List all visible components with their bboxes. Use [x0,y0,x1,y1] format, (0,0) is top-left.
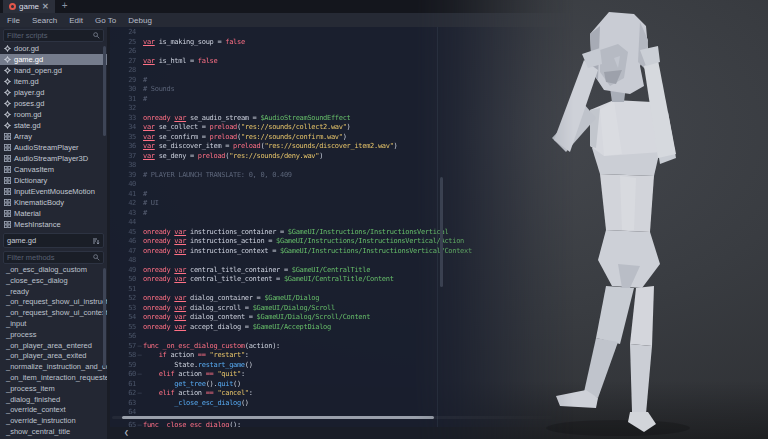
code-line[interactable]: 63 _close_esc_dialog() [110,399,575,409]
code-line[interactable]: 34var se_collect = preload("res://sounds… [110,123,575,133]
code-line[interactable]: 43# [110,209,575,219]
code-vertical-scrollbar[interactable] [440,177,443,287]
script-list-item[interactable]: Dictionary [0,175,107,186]
script-list-item[interactable]: AudioStreamPlayer3D [0,153,107,164]
menu-goto[interactable]: Go To [95,16,116,25]
code-line[interactable]: 36var se_discover_item = preload("res://… [110,142,575,152]
code-line[interactable]: 33onready var se_audio_stream = $AudioSt… [110,114,575,124]
script-list-item[interactable]: player.gd [0,87,107,98]
code-line[interactable]: 26 [110,47,575,57]
method-list-item[interactable]: _on_item_interaction_requested [0,373,107,384]
code-editor[interactable]: 2425var is_making_soup = false2627var is… [110,27,575,439]
code-line[interactable]: 29# [110,76,575,86]
fold-marker[interactable]: – [136,389,143,399]
menu-file[interactable]: File [7,16,20,25]
method-list-item[interactable]: _process [0,330,107,341]
menu-search[interactable]: Search [32,16,57,25]
code-text: onready var dialog_container = $GameUI/D… [143,294,319,304]
method-list-item[interactable]: _on_player_area_exited [0,351,107,362]
tab-game[interactable]: game ✕ [3,0,55,13]
scroll-left-icon[interactable]: ❮ [124,428,129,437]
code-line[interactable]: 60– elif action == "quit": [110,370,575,380]
code-line[interactable]: 57–func _on_esc_dialog_custom(action): [110,342,575,352]
code-horizontal-scrollbar[interactable] [122,416,434,419]
method-list-item[interactable]: _on_request_show_ui_context [0,308,107,319]
code-line[interactable]: 53onready var dialog_scroll = $GameUI/Di… [110,304,575,314]
fold-marker [136,133,143,143]
method-list-item[interactable]: _normalize_instruction_and_cont [0,362,107,373]
code-line[interactable]: 50onready var central_title_content = $G… [110,275,575,285]
script-list-item[interactable]: Array [0,131,107,142]
menu-edit[interactable]: Edit [69,16,83,25]
method-list-item[interactable]: _close_esc_dialog [0,276,107,287]
method-list-item[interactable]: _show_central_title [0,427,107,438]
filter-methods-input[interactable] [7,253,93,262]
code-line[interactable]: 25var is_making_soup = false [110,38,575,48]
fold-marker [136,266,143,276]
new-tab-icon[interactable]: + [62,0,68,13]
method-list-item[interactable]: _on_request_show_ui_instruction [0,297,107,308]
menu-debug[interactable]: Debug [128,16,152,25]
script-list-item[interactable]: AudioStreamPlayer [0,142,107,153]
code-line[interactable]: 54onready var dialog_content = $GameUI/D… [110,313,575,323]
script-list-item[interactable]: MeshInstance [0,219,107,230]
code-text: onready var instructions_container = $Ga… [143,228,448,238]
code-line[interactable]: 47onready var instructions_context = $Ga… [110,247,575,257]
filter-methods-box [3,251,104,264]
code-line[interactable]: 45onready var instructions_container = $… [110,228,575,238]
script-list-item[interactable]: state.gd [0,120,107,131]
script-list-item[interactable]: CanvasItem [0,164,107,175]
script-list-item[interactable]: item.gd [0,76,107,87]
filter-scripts-input[interactable] [7,31,93,40]
code-line[interactable]: 42# UI [110,199,575,209]
sort-icon[interactable] [92,237,100,245]
code-line[interactable]: 49onready var central_title_container = … [110,266,575,276]
script-list-item[interactable]: KinematicBody [0,197,107,208]
script-list-item[interactable]: Material [0,208,107,219]
code-line[interactable]: 40 [110,180,575,190]
code-line[interactable]: 27var is_html = false [110,57,575,67]
code-line[interactable]: 24 [110,28,575,38]
code-line[interactable]: 32 [110,104,575,114]
method-list-item[interactable]: _override_instruction [0,416,107,427]
code-line[interactable]: 56 [110,332,575,342]
code-line[interactable]: 41# [110,190,575,200]
code-line[interactable]: 61 get_tree().quit() [110,380,575,390]
method-list-item[interactable]: _ready [0,287,107,298]
code-line[interactable]: 55onready var accept_dialog = $GameUI/Ac… [110,323,575,333]
code-line[interactable]: 51 [110,285,575,295]
code-line[interactable]: 38 [110,161,575,171]
code-line[interactable]: 30# Sounds [110,85,575,95]
code-line[interactable]: 39# PLAYER LAUNCH TRANSLATE: 0, 0, 0.409 [110,171,575,181]
close-tab-icon[interactable]: ✕ [42,0,49,13]
code-line[interactable]: 52onready var dialog_container = $GameUI… [110,294,575,304]
code-line[interactable]: 44 [110,218,575,228]
code-line[interactable]: 58– if action == "restart": [110,351,575,361]
method-list-item[interactable]: _dialog_finished [0,395,107,406]
method-list-item[interactable]: _on_player_area_entered [0,341,107,352]
script-list-item[interactable]: game.gd [0,54,107,65]
code-line[interactable]: 46onready var instructions_action = $Gam… [110,237,575,247]
script-list-item[interactable]: room.gd [0,109,107,120]
methods-scrollbar[interactable] [103,268,106,368]
script-list-item[interactable]: door.gd [0,43,107,54]
fold-marker[interactable]: – [136,370,143,380]
fold-marker[interactable]: – [136,342,143,352]
method-list-item[interactable]: _on_esc_dialog_custom [0,265,107,276]
code-line[interactable]: 62– elif action == "cancel": [110,389,575,399]
fold-marker[interactable]: – [136,351,143,361]
method-list-item[interactable]: _process_item [0,384,107,395]
script-list-item[interactable]: hand_open.gd [0,65,107,76]
code-line[interactable]: 35var se_confirm = preload("res://sounds… [110,133,575,143]
script-list-item[interactable]: poses.gd [0,98,107,109]
script-list-item[interactable]: InputEventMouseMotion [0,186,107,197]
code-line[interactable]: 59 State.restart_game() [110,361,575,371]
method-list-item[interactable]: _input [0,319,107,330]
code-line[interactable]: 37var se_deny = preload("res://sounds/de… [110,152,575,162]
code-line[interactable]: 31# [110,95,575,105]
code-text: var se_collect = preload("res://sounds/c… [143,123,351,133]
method-list-item[interactable]: _override_context [0,405,107,416]
code-line[interactable]: 48 [110,256,575,266]
code-line[interactable]: 28 [110,66,575,76]
scripts-scrollbar[interactable] [103,46,106,136]
